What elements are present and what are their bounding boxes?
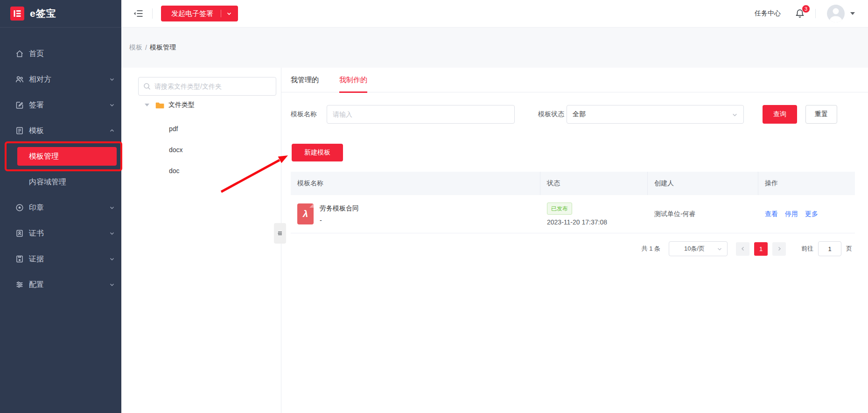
tab-created-by-me[interactable]: 我制作的 [339, 68, 367, 92]
initiate-signature-label: 发起电子签署 [171, 9, 213, 18]
breadcrumb-separator: / [145, 44, 147, 51]
template-status-select[interactable]: 全部 [567, 105, 744, 124]
chevron-down-icon [226, 11, 232, 16]
table-row: λ 劳务模板合同 - 已发布 2023-11-20 17:37:08 测试单位-… [291, 195, 855, 233]
tree-node-doc[interactable]: doc [121, 160, 281, 181]
topbar-right: 任务中心 3 [755, 5, 868, 22]
column-header-actions: 操作 [758, 172, 855, 195]
tree-search-input[interactable] [138, 77, 276, 96]
prev-page-button[interactable] [736, 242, 749, 256]
disable-link[interactable]: 停用 [785, 210, 798, 218]
tree-node-docx[interactable]: docx [121, 139, 281, 160]
folder-tree-panel: 文件类型 pdf docx doc [121, 68, 281, 413]
pdf-file-icon: λ [297, 203, 314, 224]
counterparty-icon [15, 75, 24, 84]
chevron-down-icon [109, 77, 115, 82]
sidebar-item-label: 签署 [29, 100, 44, 110]
panel-collapse-handle[interactable] [274, 223, 286, 244]
sidebar-item-label: 首页 [29, 49, 44, 59]
column-header-creator: 创建人 [648, 172, 758, 195]
sidebar-item-counterparty[interactable]: 相对方 [0, 70, 121, 89]
template-table: 模板名称 状态 创建人 操作 λ 劳务模板合同 - 已发布 [291, 172, 855, 233]
tab-managed-by-me[interactable]: 我管理的 [291, 68, 319, 92]
brand-logo[interactable]: e签宝 [0, 0, 121, 28]
main-panel: 我管理的 我制作的 模板名称 模板状态 全部 查询 重置 新建模板 模板名称 状… [281, 68, 868, 413]
status-select-value: 全部 [573, 110, 586, 119]
tree-node-file-type[interactable]: 文件类型 [121, 96, 281, 114]
notification-bell-icon[interactable]: 3 [795, 8, 805, 19]
sidebar-item-sign[interactable]: 签署 [0, 96, 121, 114]
more-link[interactable]: 更多 [805, 210, 818, 218]
brand-logo-text: e签宝 [30, 7, 56, 20]
sidebar-item-label: 内容域管理 [29, 177, 66, 187]
sidebar-item-settings[interactable]: 配置 [0, 275, 121, 294]
divider [221, 10, 221, 17]
tabs: 我管理的 我制作的 [281, 68, 868, 92]
folder-icon [155, 101, 164, 110]
sidebar-item-label: 印章 [29, 203, 44, 213]
reset-button[interactable]: 重置 [805, 105, 837, 124]
table-header: 模板名称 状态 创建人 操作 [291, 172, 855, 195]
view-link[interactable]: 查看 [765, 210, 778, 218]
tree-node-label: doc [169, 167, 180, 175]
chevron-down-icon [109, 231, 115, 236]
next-page-button[interactable] [772, 242, 786, 256]
template-sub: - [320, 217, 359, 224]
chevron-down-icon [717, 246, 722, 252]
sidebar-item-label: 配置 [29, 280, 44, 290]
tree-expand-caret-icon[interactable] [145, 104, 149, 106]
sidebar-item-template-manage[interactable]: 模板管理 [17, 147, 117, 166]
template-name: 劳务模板合同 [320, 204, 359, 213]
new-template-button[interactable]: 新建模板 [292, 144, 343, 161]
template-name-label: 模板名称 [291, 110, 317, 119]
certificate-icon [15, 229, 24, 238]
sidebar-item-seal[interactable]: 印章 [0, 198, 121, 217]
goto-label: 前往 [801, 245, 813, 253]
sidebar-nav: 首页 相对方 签署 模板 模板管理 内容域管理 [0, 28, 121, 294]
template-status-label: 模板状态 [538, 110, 564, 119]
sidebar-item-label: 证据 [29, 254, 44, 264]
chevron-down-icon [109, 205, 115, 210]
sidebar-item-certificate[interactable]: 证书 [0, 224, 121, 243]
seal-icon [15, 203, 24, 212]
brand-logo-icon [10, 7, 24, 21]
breadcrumb-section[interactable]: 模板 [129, 43, 142, 52]
goto-page-input[interactable] [818, 241, 841, 256]
home-icon [15, 49, 24, 58]
total-count: 共 1 条 [642, 245, 660, 253]
chevron-down-icon [109, 102, 115, 108]
pagination: 共 1 条 10条/页 1 前往 页 [281, 241, 852, 256]
sign-icon [15, 100, 24, 110]
sidebar-item-label: 相对方 [29, 75, 51, 84]
tree-node-label: pdf [169, 125, 178, 133]
sidebar-item-label: 证书 [29, 229, 44, 238]
template-name-input[interactable] [327, 105, 515, 124]
task-center-link[interactable]: 任务中心 [755, 9, 781, 18]
sidebar-item-home[interactable]: 首页 [0, 44, 121, 63]
chevron-down-icon [732, 112, 738, 118]
status-badge: 已发布 [547, 203, 572, 215]
column-header-name: 模板名称 [291, 172, 540, 195]
sidebar-item-content-domain[interactable]: 内容域管理 [17, 173, 117, 191]
query-button[interactable]: 查询 [763, 105, 797, 124]
caret-down-icon[interactable] [850, 12, 855, 15]
divider [152, 8, 153, 19]
sidebar: e签宝 首页 相对方 签署 模板 模板管理 [0, 0, 121, 413]
avatar[interactable] [827, 5, 845, 22]
collapse-sidebar-icon[interactable] [133, 8, 144, 19]
creator-cell: 测试单位-何睿 [648, 210, 758, 218]
chevron-down-icon [109, 256, 115, 262]
tree-node-pdf[interactable]: pdf [121, 118, 281, 139]
sidebar-item-label: 模板管理 [29, 152, 59, 161]
page-number-1[interactable]: 1 [754, 242, 768, 256]
sidebar-item-evidence[interactable]: 证据 [0, 250, 121, 268]
tree-node-label: docx [169, 146, 183, 154]
column-header-status: 状态 [540, 172, 648, 195]
sidebar-item-template[interactable]: 模板 [0, 121, 121, 140]
initiate-signature-button[interactable]: 发起电子签署 [161, 6, 238, 21]
chevron-left-icon [740, 246, 746, 252]
tree-node-label: 文件类型 [168, 101, 195, 109]
breadcrumb: 模板 / 模板管理 [121, 28, 868, 68]
publish-time: 2023-11-20 17:37:08 [547, 218, 648, 226]
page-size-select[interactable]: 10条/页 [669, 241, 728, 256]
